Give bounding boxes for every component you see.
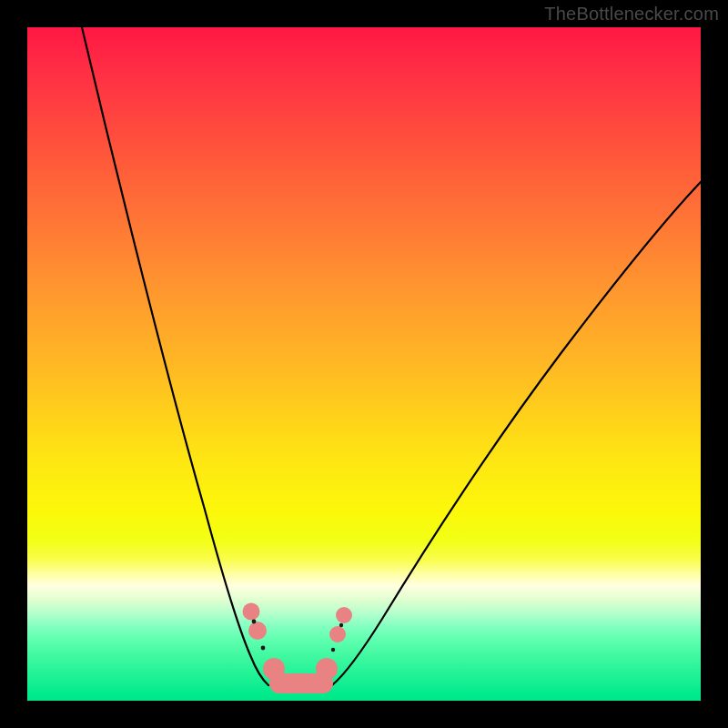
curve-layer (0, 0, 728, 728)
svg-point-9 (339, 623, 343, 627)
svg-point-10 (331, 648, 335, 652)
svg-point-8 (261, 646, 266, 651)
right-curve (332, 182, 701, 685)
trough-figure (243, 603, 353, 694)
svg-rect-6 (269, 673, 333, 693)
svg-point-1 (248, 622, 267, 640)
chart-frame: TheBottlenecker.com (0, 0, 728, 728)
left-curve (82, 27, 268, 685)
svg-point-7 (252, 620, 257, 624)
svg-point-0 (243, 603, 260, 621)
svg-point-3 (336, 607, 352, 623)
svg-point-4 (329, 626, 346, 642)
